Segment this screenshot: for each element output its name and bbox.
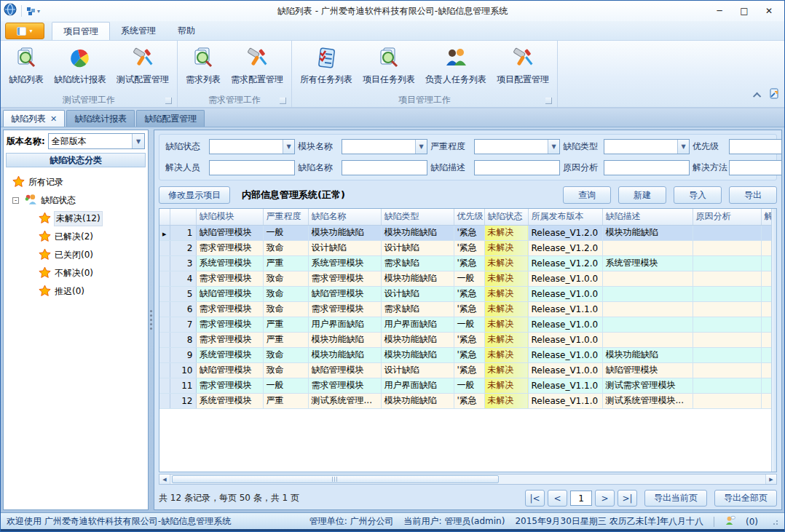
vertical-scrollbar[interactable] [771,209,776,472]
severity-select[interactable]: ▼ [474,139,560,154]
requirement-list-button[interactable]: 需求列表 [182,43,224,87]
defect-name-input[interactable] [342,160,427,175]
test-config-button[interactable]: 测试配置管理 [113,43,173,87]
close-tab-icon[interactable]: ✕ [50,114,57,124]
table-row[interactable]: 11 需求管理模块 一般 需求管理模块 用户界面缺陷 一般 未解决 Releas… [159,378,776,393]
export-button[interactable]: 导出 [729,186,777,204]
status-badge: 未解决 [484,347,528,362]
date-text: 2015年9月30日星期三 农历乙未[羊]年八月十八 [515,515,703,528]
tools-icon [510,44,536,72]
defect-type-select[interactable]: ▼ [604,139,690,154]
tree-item-resolved[interactable]: 已解决(2) [39,228,148,246]
export-current-page-button[interactable]: 导出当前页 [644,490,707,507]
table-row[interactable]: 3 系统管理模块 严重 系统管理模块 需求缺陷 '紧急 未解决 Release_… [159,255,776,271]
dialog-launcher-icon[interactable] [165,98,172,104]
table-row[interactable]: 5 缺陷管理模块 致命 缺陷管理模块 设计缺陷 '紧急 未解决 Release_… [159,286,776,301]
dialog-launcher-icon[interactable] [545,98,552,104]
resolver-input[interactable] [209,160,295,175]
scroll-left-icon[interactable]: ◀ [159,475,170,484]
collapse-node-icon[interactable]: - [12,197,19,204]
defect-status-select[interactable]: ▼ [209,139,295,154]
table-row[interactable]: 12 系统管理模块 严重 测试系统管理... 模块功能缺陷 '紧急 未解决 Re… [159,393,776,408]
tab-defect-report[interactable]: 缺陷统计报表 [66,110,135,127]
help-icon[interactable] [768,88,780,103]
table-row[interactable]: 7 需求管理模块 严重 用户界面缺陷 用户界面缺陷 一般 未解决 Release… [159,317,776,332]
module-name-select[interactable]: ▼ [342,139,427,154]
defect-desc-input[interactable] [474,160,560,175]
col-header[interactable]: 缺陷状态 [484,209,528,225]
table-row[interactable]: 9 系统管理模块 致命 模块功能缺陷 模块功能缺陷 '紧急 未解决 Releas… [159,347,776,362]
col-header[interactable]: 优先级 [454,209,484,225]
horizontal-scrollbar[interactable]: ◀ ▶ [159,474,777,485]
row-indicator [159,347,170,362]
import-button[interactable]: 导入 [674,186,722,204]
page-number-input[interactable] [570,491,592,506]
table-row[interactable]: 4 需求管理模块 致命 需求管理模块 模块功能缺陷 一般 未解决 Release… [159,271,776,286]
ribbon-tab-project[interactable]: 项目管理 [52,22,110,40]
cause-analysis-input[interactable] [604,160,690,175]
tab-defect-config[interactable]: 缺陷配置管理 [136,110,205,127]
tree-item-unresolved[interactable]: 未解决(12) [39,210,148,228]
row-number: 8 [170,332,196,347]
group-title: 需求管理工作 [208,94,261,106]
col-header[interactable]: 缺陷描述 [602,209,693,225]
first-page-button[interactable]: |< [525,490,545,507]
table-row[interactable]: 8 需求管理模块 严重 模块功能缺陷 模块功能缺陷 '紧急 未解决 Releas… [159,332,776,347]
quick-access-toolbar-button[interactable]: ▾ [26,7,40,16]
status-badge: 未解决 [484,225,528,240]
document-tab-bar: 缺陷列表 ✕ 缺陷统计报表 缺陷配置管理 [1,108,784,127]
row-number: 11 [170,378,196,393]
chevron-down-icon: ▼ [677,140,689,154]
col-header[interactable]: 缺陷类型 [381,209,454,225]
tree-item-wont-fix[interactable]: 不解决(0) [39,264,148,282]
table-row[interactable]: 10 缺陷管理模块 致命 缺陷管理模块 设计缺陷 '紧急 未解决 Release… [159,362,776,378]
table-row[interactable]: 6 需求管理模块 致命 需求管理模块 需求缺陷 '紧急 未解决 Release_… [159,301,776,317]
col-header[interactable]: 原因分析 [693,209,761,225]
modify-columns-button[interactable]: 修改显示项目 [159,186,230,204]
app-menu-button[interactable]: ▾ [5,23,44,39]
last-page-button[interactable]: >| [618,490,637,507]
splitter-handle[interactable] [149,130,154,510]
tree-item-closed[interactable]: 已关闭(0) [39,246,148,264]
query-button[interactable]: 查询 [563,186,611,204]
resize-grip[interactable] [771,518,778,525]
close-button[interactable]: ✕ [757,3,781,19]
col-header[interactable]: 缺陷名称 [308,209,381,225]
scroll-right-icon[interactable]: ▶ [765,475,776,484]
col-header[interactable]: 所属发布版本 [528,209,602,225]
col-header[interactable]: 缺陷模块 [196,209,263,225]
owner-tasks-button[interactable]: 负责人任务列表 [422,43,490,87]
col-header[interactable]: 严重程度 [263,209,308,225]
table-row[interactable]: 1 缺陷管理模块 一般 模块功能缺陷 模块功能缺陷 '紧急 未解决 Releas… [159,225,776,240]
table-row[interactable]: 2 需求管理模块 致命 设计缺陷 设计缺陷 '紧急 未解决 Release_V1… [159,240,776,255]
prev-page-button[interactable]: < [548,490,567,507]
export-all-pages-button[interactable]: 导出全部页 [714,490,777,507]
current-user-text: 当前用户: 管理员(admin) [404,515,505,528]
ribbon-tab-system[interactable]: 系统管理 [110,22,167,40]
defect-list-button[interactable]: 缺陷列表 [5,43,47,87]
collapse-ribbon-icon[interactable] [753,92,761,100]
next-page-button[interactable]: > [595,490,615,507]
solution-input[interactable] [729,160,782,175]
requirement-config-button[interactable]: 需求配置管理 [227,43,287,87]
project-config-button[interactable]: 项目配置管理 [493,43,553,87]
priority-select[interactable]: ▼ [729,139,782,154]
status-badge: 未解决 [484,332,528,347]
minimize-button[interactable]: ─ [707,3,732,19]
record-summary: 共 12 条记录，每页 50 条，共 1 页 [159,492,299,504]
tree-item-all-records[interactable]: 所有记录 [12,173,148,191]
project-tasks-button[interactable]: 项目任务列表 [359,43,419,87]
tree-item-defect-status[interactable]: - 缺陷状态 [12,191,148,210]
tree-item-postponed[interactable]: 推迟(0) [39,282,148,301]
messages-user-icon[interactable] [725,515,735,528]
ribbon-tab-help[interactable]: 帮助 [167,22,206,40]
tab-defect-list[interactable]: 缺陷列表 ✕ [3,110,65,127]
all-tasks-button[interactable]: 所有任务列表 [296,43,356,87]
new-button[interactable]: 新建 [618,186,666,204]
row-number: 2 [170,240,196,255]
version-select[interactable]: 全部版本 ▼ [48,133,145,149]
defect-report-button[interactable]: 缺陷统计报表 [50,43,110,87]
dialog-launcher-icon[interactable] [280,98,286,104]
scrollbar-thumb[interactable] [172,475,499,483]
maximize-button[interactable]: □ [732,3,757,19]
